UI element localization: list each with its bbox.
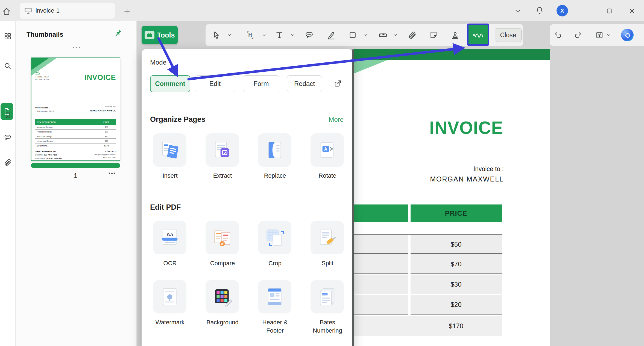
invoice-row: $70: [354, 254, 502, 274]
mode-form-label: Form: [254, 80, 269, 88]
marker-pen-icon: [327, 30, 336, 40]
sticky-note-tool-button[interactable]: [303, 29, 315, 41]
pencil-tool-button[interactable]: [325, 29, 337, 41]
watermark-tile-label: Watermark: [148, 318, 192, 327]
invoice-header-band: [354, 49, 550, 60]
thumb-bank-name: Studio Shodwe: [46, 157, 62, 160]
tools-button[interactable]: Tools: [142, 26, 178, 44]
ai-assistant-button[interactable]: [621, 29, 634, 41]
chevron-down-icon: [514, 7, 522, 15]
thumbnails-title: Thumbnails: [27, 31, 63, 38]
mode-form-button[interactable]: Form: [243, 75, 279, 92]
page-options-button[interactable]: •••: [109, 170, 116, 177]
select-tool-button[interactable]: [210, 29, 223, 41]
svg-text:000123: 000123: [322, 294, 327, 295]
mode-comment-button[interactable]: Comment: [150, 75, 190, 92]
thumb-row-item: Letterhead Design: [35, 140, 97, 142]
ocr-tile[interactable]: Aa: [153, 221, 186, 254]
price-value: $20: [410, 295, 502, 315]
signature-tool-button-highlighted[interactable]: [467, 24, 489, 46]
ocr-icon: Aa: [159, 227, 180, 248]
left-sidebar: [0, 21, 16, 346]
minimize-button[interactable]: [584, 7, 592, 16]
measure-tool-dropdown[interactable]: [393, 33, 398, 38]
speech-bubble-icon: [305, 30, 314, 40]
select-tool-dropdown[interactable]: [227, 33, 232, 38]
home-icon: [2, 7, 11, 16]
thumb-footer-bar: [31, 163, 120, 168]
more-link[interactable]: More: [318, 116, 344, 123]
sticker-tool-button[interactable]: [428, 29, 440, 41]
sidebar-attachments-button[interactable]: [3, 157, 13, 167]
svg-text:Aa: Aa: [166, 232, 173, 237]
document-tab[interactable]: invoice-1: [20, 3, 115, 19]
replace-tile[interactable]: [258, 133, 291, 167]
save-button[interactable]: [593, 29, 605, 41]
invoice-title: INVOICE: [354, 118, 503, 138]
close-toolbar-button[interactable]: Close: [495, 28, 522, 42]
home-button[interactable]: [1, 6, 12, 17]
thumb-subtotal-label: SUBTOTAL: [35, 145, 97, 147]
page-thumbnail[interactable]: TIMMERMAN INDUSTRIES INVOICE Invoice Dat…: [31, 57, 120, 161]
new-tab-button[interactable]: [122, 7, 132, 16]
rotate-icon: A: [317, 140, 338, 160]
text-tool-dropdown[interactable]: [290, 33, 295, 38]
save-options-dropdown[interactable]: [606, 33, 611, 38]
ruler-icon: [378, 30, 388, 40]
close-window-button[interactable]: [628, 7, 636, 16]
watermark-tile[interactable]: [153, 280, 186, 313]
measure-tool-button[interactable]: [377, 29, 389, 41]
stamp-tool-button[interactable]: [449, 29, 461, 41]
sidebar-pages-button[interactable]: [3, 31, 13, 41]
insert-tile-label: Insert: [148, 172, 192, 180]
shapes-tool-button[interactable]: [347, 29, 359, 41]
background-tile[interactable]: [206, 280, 239, 313]
extract-tile[interactable]: [206, 133, 239, 167]
mode-redact-button[interactable]: Redact: [287, 75, 322, 92]
sidebar-comments-button[interactable]: [3, 132, 13, 142]
undo-button[interactable]: [552, 29, 564, 41]
chevron-down-icon: [227, 33, 232, 38]
chevron-down-icon: [363, 33, 368, 38]
account-avatar[interactable]: X: [557, 5, 568, 16]
pin-panel-button[interactable]: [113, 28, 124, 39]
thumb-table-header: ITEM DESCRIPTION PRICE: [35, 119, 116, 125]
thumb-payment-block: SEND PAYMENT TO Bank No. 123-456-7890 Ba…: [35, 150, 62, 160]
mode-edit-button[interactable]: Edit: [195, 75, 235, 92]
text-tool-button[interactable]: [273, 29, 285, 41]
attach-file-tool-button[interactable]: [406, 29, 418, 41]
shapes-tool-dropdown[interactable]: [363, 33, 368, 38]
grid-icon: [3, 32, 12, 41]
highlight-icon: H: [245, 30, 255, 40]
panel-drag-handle[interactable]: [69, 44, 84, 49]
sidebar-bookmarks-button[interactable]: [3, 110, 13, 120]
highlight-tool-dropdown[interactable]: [262, 33, 267, 38]
highlight-tool-button[interactable]: H: [244, 29, 256, 41]
thumb-bank-name-label: Bank Name:: [35, 157, 46, 159]
sidebar-search-button[interactable]: [3, 61, 13, 71]
header-footer-tile[interactable]: [258, 280, 291, 313]
page-number: 1: [31, 172, 120, 180]
background-tile-label: Background: [200, 318, 245, 327]
panel-resize-handle[interactable]: [352, 49, 354, 346]
redo-button[interactable]: [572, 29, 584, 41]
bookmark-icon: [4, 111, 12, 119]
close-icon: [628, 7, 636, 15]
subtotal-value: $170: [410, 316, 502, 336]
detach-panel-button[interactable]: [332, 78, 344, 89]
bates-numbering-tile[interactable]: 000123: [311, 280, 344, 313]
notifications-button[interactable]: [535, 6, 544, 16]
thumb-row-item: Proposal Design: [35, 131, 97, 133]
crop-tile[interactable]: [258, 221, 291, 254]
price-column-header: PRICE: [410, 204, 502, 222]
maximize-button[interactable]: [606, 7, 613, 16]
rotate-tile[interactable]: A: [311, 133, 344, 167]
collapse-toolbar-button[interactable]: [514, 7, 522, 16]
split-tile[interactable]: [311, 221, 344, 254]
insert-tile[interactable]: [153, 133, 186, 167]
tools-label: Tools: [157, 31, 175, 39]
compare-tile[interactable]: [206, 221, 239, 254]
rotate-tile-label: Rotate: [305, 172, 350, 180]
app-window: invoice-1 X: [0, 0, 644, 346]
redo-icon: [573, 31, 582, 39]
